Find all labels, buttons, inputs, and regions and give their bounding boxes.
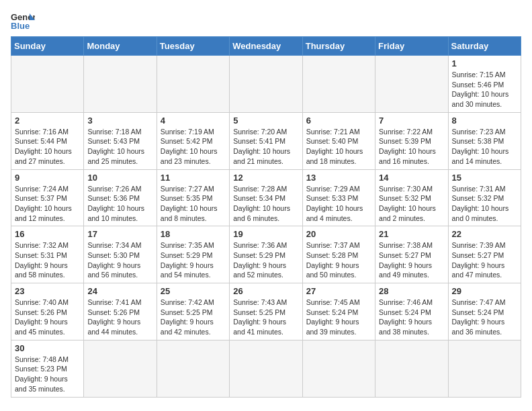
calendar-cell — [84, 56, 157, 113]
day-number: 22 — [452, 229, 517, 239]
day-info: Sunrise: 7:42 AMSunset: 5:25 PMDaylight:… — [161, 298, 214, 336]
day-number: 13 — [306, 173, 371, 183]
week-row-6: 30Sunrise: 7:48 AMSunset: 5:23 PMDayligh… — [11, 340, 521, 397]
day-number: 4 — [161, 116, 226, 126]
calendar-cell: 24Sunrise: 7:41 AMSunset: 5:26 PMDayligh… — [84, 283, 157, 340]
calendar-cell: 21Sunrise: 7:38 AMSunset: 5:27 PMDayligh… — [375, 226, 448, 283]
day-number: 1 — [452, 58, 517, 68]
weekday-header-row: SundayMondayTuesdayWednesdayThursdayFrid… — [11, 37, 521, 56]
calendar-cell — [302, 56, 375, 113]
calendar-cell: 29Sunrise: 7:47 AMSunset: 5:24 PMDayligh… — [448, 283, 521, 340]
day-info: Sunrise: 7:30 AMSunset: 5:32 PMDaylight:… — [379, 185, 436, 222]
day-number: 14 — [379, 173, 444, 183]
calendar-cell: 14Sunrise: 7:30 AMSunset: 5:32 PMDayligh… — [375, 169, 448, 226]
week-row-3: 9Sunrise: 7:24 AMSunset: 5:37 PMDaylight… — [11, 169, 521, 226]
calendar-cell: 5Sunrise: 7:20 AMSunset: 5:41 PMDaylight… — [230, 112, 302, 169]
calendar-cell: 1Sunrise: 7:15 AMSunset: 5:46 PMDaylight… — [448, 56, 521, 113]
calendar-cell: 2Sunrise: 7:16 AMSunset: 5:44 PMDaylight… — [11, 112, 84, 169]
day-number: 15 — [452, 173, 517, 183]
weekday-header-wednesday: Wednesday — [230, 37, 302, 56]
calendar-cell: 20Sunrise: 7:37 AMSunset: 5:28 PMDayligh… — [302, 226, 375, 283]
calendar-cell — [375, 56, 448, 113]
day-info: Sunrise: 7:34 AMSunset: 5:30 PMDaylight:… — [87, 241, 141, 279]
calendar-cell: 3Sunrise: 7:18 AMSunset: 5:43 PMDaylight… — [84, 112, 157, 169]
calendar-cell — [448, 340, 521, 397]
day-info: Sunrise: 7:45 AMSunset: 5:24 PMDaylight:… — [306, 298, 360, 336]
day-info: Sunrise: 7:32 AMSunset: 5:31 PMDaylight:… — [15, 241, 69, 279]
calendar-cell: 6Sunrise: 7:21 AMSunset: 5:40 PMDaylight… — [302, 112, 375, 169]
day-info: Sunrise: 7:46 AMSunset: 5:24 PMDaylight:… — [379, 298, 433, 336]
day-info: Sunrise: 7:16 AMSunset: 5:44 PMDaylight:… — [15, 128, 72, 165]
day-info: Sunrise: 7:29 AMSunset: 5:33 PMDaylight:… — [306, 185, 363, 222]
day-number: 30 — [15, 343, 80, 353]
day-info: Sunrise: 7:36 AMSunset: 5:29 PMDaylight:… — [233, 241, 287, 279]
day-number: 3 — [87, 116, 152, 126]
calendar-cell — [157, 56, 229, 113]
day-number: 11 — [161, 173, 226, 183]
weekday-header-tuesday: Tuesday — [157, 37, 229, 56]
calendar-cell: 17Sunrise: 7:34 AMSunset: 5:30 PMDayligh… — [84, 226, 157, 283]
day-number: 21 — [379, 229, 444, 239]
calendar-cell — [157, 340, 229, 397]
day-number: 19 — [233, 229, 298, 239]
calendar-cell: 11Sunrise: 7:27 AMSunset: 5:35 PMDayligh… — [157, 169, 229, 226]
day-number: 26 — [233, 286, 298, 296]
calendar-cell — [11, 56, 84, 113]
day-info: Sunrise: 7:20 AMSunset: 5:41 PMDaylight:… — [233, 128, 290, 165]
calendar-cell — [302, 340, 375, 397]
day-info: Sunrise: 7:28 AMSunset: 5:34 PMDaylight:… — [233, 185, 290, 222]
day-number: 24 — [87, 286, 152, 296]
day-number: 10 — [87, 173, 152, 183]
day-info: Sunrise: 7:26 AMSunset: 5:36 PMDaylight:… — [87, 185, 144, 222]
day-info: Sunrise: 7:18 AMSunset: 5:43 PMDaylight:… — [87, 128, 144, 165]
calendar-cell: 8Sunrise: 7:23 AMSunset: 5:38 PMDaylight… — [448, 112, 521, 169]
day-info: Sunrise: 7:31 AMSunset: 5:32 PMDaylight:… — [452, 185, 509, 222]
logo: General Blue — [11, 11, 35, 31]
calendar-cell: 12Sunrise: 7:28 AMSunset: 5:34 PMDayligh… — [230, 169, 302, 226]
calendar-cell: 28Sunrise: 7:46 AMSunset: 5:24 PMDayligh… — [375, 283, 448, 340]
calendar-cell: 30Sunrise: 7:48 AMSunset: 5:23 PMDayligh… — [11, 340, 84, 397]
week-row-2: 2Sunrise: 7:16 AMSunset: 5:44 PMDaylight… — [11, 112, 521, 169]
day-info: Sunrise: 7:48 AMSunset: 5:23 PMDaylight:… — [15, 355, 69, 393]
calendar-cell: 13Sunrise: 7:29 AMSunset: 5:33 PMDayligh… — [302, 169, 375, 226]
day-number: 25 — [161, 286, 226, 296]
day-number: 12 — [233, 173, 298, 183]
day-info: Sunrise: 7:41 AMSunset: 5:26 PMDaylight:… — [87, 298, 141, 336]
day-info: Sunrise: 7:40 AMSunset: 5:26 PMDaylight:… — [15, 298, 69, 336]
calendar-cell: 10Sunrise: 7:26 AMSunset: 5:36 PMDayligh… — [84, 169, 157, 226]
calendar-cell: 22Sunrise: 7:39 AMSunset: 5:27 PMDayligh… — [448, 226, 521, 283]
weekday-header-saturday: Saturday — [448, 37, 521, 56]
weekday-header-thursday: Thursday — [302, 37, 375, 56]
day-number: 23 — [15, 286, 80, 296]
day-number: 5 — [233, 116, 298, 126]
calendar-cell: 9Sunrise: 7:24 AMSunset: 5:37 PMDaylight… — [11, 169, 84, 226]
day-info: Sunrise: 7:22 AMSunset: 5:39 PMDaylight:… — [379, 128, 436, 165]
page-header: General Blue — [11, 11, 521, 31]
calendar-cell: 4Sunrise: 7:19 AMSunset: 5:42 PMDaylight… — [157, 112, 229, 169]
day-info: Sunrise: 7:21 AMSunset: 5:40 PMDaylight:… — [306, 128, 363, 165]
weekday-header-monday: Monday — [84, 37, 157, 56]
calendar-cell: 26Sunrise: 7:43 AMSunset: 5:25 PMDayligh… — [230, 283, 302, 340]
day-number: 8 — [452, 116, 517, 126]
logo-icon: General Blue — [11, 11, 35, 31]
calendar-cell — [375, 340, 448, 397]
day-number: 29 — [452, 286, 517, 296]
day-info: Sunrise: 7:38 AMSunset: 5:27 PMDaylight:… — [379, 241, 433, 279]
calendar-cell: 16Sunrise: 7:32 AMSunset: 5:31 PMDayligh… — [11, 226, 84, 283]
calendar-cell — [84, 340, 157, 397]
day-number: 18 — [161, 229, 226, 239]
calendar-cell: 23Sunrise: 7:40 AMSunset: 5:26 PMDayligh… — [11, 283, 84, 340]
calendar-cell: 25Sunrise: 7:42 AMSunset: 5:25 PMDayligh… — [157, 283, 229, 340]
day-info: Sunrise: 7:35 AMSunset: 5:29 PMDaylight:… — [161, 241, 214, 279]
day-number: 2 — [15, 116, 80, 126]
day-info: Sunrise: 7:15 AMSunset: 5:46 PMDaylight:… — [452, 71, 509, 108]
day-number: 7 — [379, 116, 444, 126]
calendar-cell: 7Sunrise: 7:22 AMSunset: 5:39 PMDaylight… — [375, 112, 448, 169]
calendar-table: SundayMondayTuesdayWednesdayThursdayFrid… — [11, 36, 521, 398]
day-info: Sunrise: 7:47 AMSunset: 5:24 PMDaylight:… — [452, 298, 506, 336]
calendar-cell — [230, 56, 302, 113]
day-info: Sunrise: 7:39 AMSunset: 5:27 PMDaylight:… — [452, 241, 506, 279]
day-info: Sunrise: 7:23 AMSunset: 5:38 PMDaylight:… — [452, 128, 509, 165]
day-number: 27 — [306, 286, 371, 296]
calendar-cell: 19Sunrise: 7:36 AMSunset: 5:29 PMDayligh… — [230, 226, 302, 283]
